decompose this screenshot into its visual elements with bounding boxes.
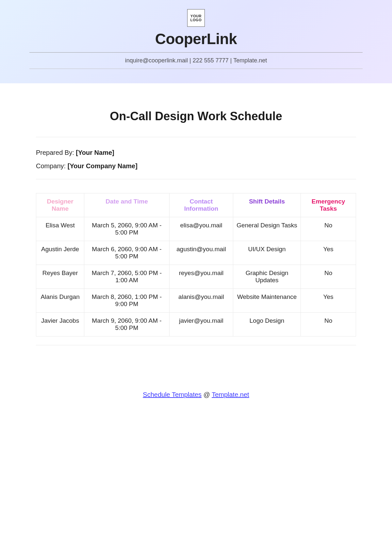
divider [29,52,363,53]
cell-contact: elisa@you.mail [169,217,233,241]
company-label: Company: [36,162,68,170]
cell-contact: javier@you.mail [169,313,233,336]
page-title: On-Call Design Work Schedule [36,109,356,123]
cell-name: Elisa West [36,217,84,241]
cell-shift: Website Maintenance [233,289,301,313]
footer: Schedule Templates @ Template.net [0,358,392,418]
cell-emergency: Yes [301,241,356,265]
footer-sep: @ [202,391,212,398]
table-row: Elisa West March 5, 2060, 9:00 AM - 5:00… [36,217,356,241]
company-value: [Your Company Name] [68,162,138,170]
cell-shift: Graphic Design Updates [233,265,301,289]
cell-date: March 9, 2060, 9:00 AM - 5:00 PM [84,313,170,336]
company-line: Company: [Your Company Name] [36,162,356,170]
col-shift: Shift Details [233,193,301,217]
divider [36,137,356,137]
cell-date: March 7, 2060, 5:00 PM - 1:00 AM [84,265,170,289]
cell-shift: General Design Tasks [233,217,301,241]
header-band: YOUR LOGO CooperLink inquire@cooperlink.… [0,0,392,83]
table-row: Javier Jacobs March 9, 2060, 9:00 AM - 5… [36,313,356,336]
cell-name: Agustin Jerde [36,241,84,265]
table-row: Agustin Jerde March 6, 2060, 9:00 AM - 5… [36,241,356,265]
cell-contact: alanis@you.mail [169,289,233,313]
footer-link-templates[interactable]: Schedule Templates [143,391,202,398]
prepared-by-label: Prepared By: [36,149,76,156]
cell-shift: Logo Design [233,313,301,336]
col-contact: Contact Information [169,193,233,217]
logo-placeholder: YOUR LOGO [187,9,205,27]
cell-name: Javier Jacobs [36,313,84,336]
col-designer-name: Designer Name [36,193,84,217]
table-row: Alanis Durgan March 8, 2060, 1:00 PM - 9… [36,289,356,313]
col-emergency: Emergency Tasks [301,193,356,217]
footer-link-site[interactable]: Template.net [212,391,249,398]
table-row: Reyes Bayer March 7, 2060, 5:00 PM - 1:0… [36,265,356,289]
cell-name: Reyes Bayer [36,265,84,289]
cell-emergency: No [301,265,356,289]
prepared-by-value: [Your Name] [76,149,114,156]
cell-date: March 5, 2060, 9:00 AM - 5:00 PM [84,217,170,241]
schedule-table: Designer Name Date and Time Contact Info… [36,193,356,336]
cell-shift: UI/UX Design [233,241,301,265]
col-date-time: Date and Time [84,193,170,217]
cell-date: March 6, 2060, 9:00 AM - 5:00 PM [84,241,170,265]
cell-emergency: Yes [301,289,356,313]
divider [36,179,356,179]
company-name: CooperLink [0,30,392,48]
divider [36,345,356,345]
cell-emergency: No [301,217,356,241]
divider [29,69,363,69]
logo-text: YOUR LOGO [188,14,204,22]
cell-contact: reyes@you.mail [169,265,233,289]
cell-contact: agustin@you.mail [169,241,233,265]
cell-emergency: No [301,313,356,336]
cell-date: March 8, 2060, 1:00 PM - 9:00 PM [84,289,170,313]
cell-name: Alanis Durgan [36,289,84,313]
prepared-by-line: Prepared By: [Your Name] [36,149,356,156]
contact-line: inquire@cooperlink.mail | 222 555 7777 |… [0,57,392,64]
table-header-row: Designer Name Date and Time Contact Info… [36,193,356,217]
